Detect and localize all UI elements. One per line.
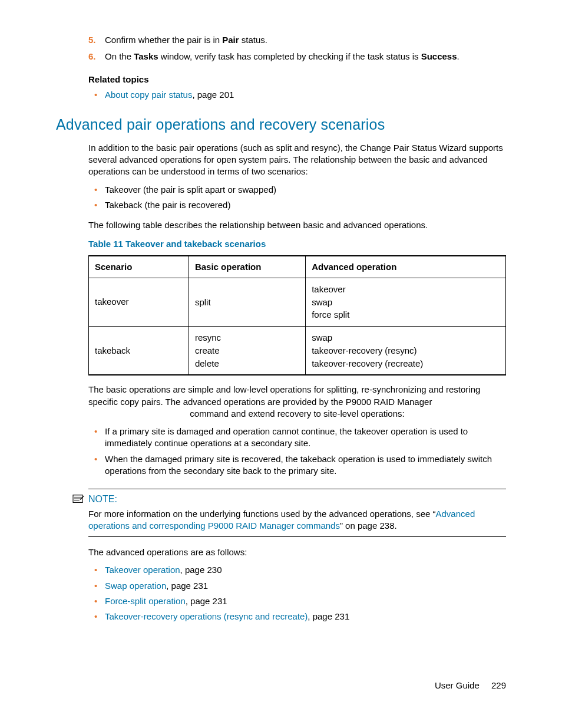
scenario-list: Takeover (the pair is split apart or swa… xyxy=(88,184,506,212)
section-heading: Advanced pair operations and recovery sc… xyxy=(56,115,506,135)
footer-label: User Guide xyxy=(435,680,480,690)
table-header: Advanced operation xyxy=(306,256,506,278)
table-header: Basic operation xyxy=(189,256,305,278)
related-topic-item: About copy pair status, page 201 xyxy=(88,89,506,101)
note-body: For more information on the underlying f… xyxy=(88,508,506,532)
table-intro-paragraph: The following table describes the relati… xyxy=(88,219,506,231)
step-item: 5. Confirm whether the pair is in Pair s… xyxy=(88,34,506,46)
step-item: 6. On the Tasks window, verify task has … xyxy=(88,51,506,62)
step-number: 5. xyxy=(88,34,96,46)
step-text: Confirm whether the pair is in Pair stat… xyxy=(105,35,267,45)
page-number: 229 xyxy=(491,680,506,690)
site-list: If a primary site is damaged and operati… xyxy=(88,426,506,477)
note-label: NOTE: xyxy=(88,493,117,506)
table-cell: split xyxy=(189,278,305,326)
table-cell: takeover swap force split xyxy=(306,278,506,326)
list-item: Takeover operation, page 230 xyxy=(88,564,506,576)
ops-link[interactable]: Takeover-recovery operations (resync and… xyxy=(105,611,308,621)
step-number: 6. xyxy=(88,51,96,62)
step-list: 5. Confirm whether the pair is in Pair s… xyxy=(88,34,506,63)
divider xyxy=(88,489,506,489)
table-row: takeback resync create delete swap takeo… xyxy=(89,327,506,375)
ops-intro: The advanced operations are as follows: xyxy=(88,546,506,558)
list-item: If a primary site is damaged and operati… xyxy=(88,426,506,450)
related-topics-heading: Related topics xyxy=(88,74,506,85)
ops-list: Takeover operation, page 230 Swap operat… xyxy=(88,564,506,622)
list-item: Takeback (the pair is recovered) xyxy=(88,199,506,211)
page-footer: User Guide 229 xyxy=(435,680,506,691)
list-item: Takeover (the pair is split apart or swa… xyxy=(88,184,506,196)
table-cell: takeback xyxy=(89,327,189,375)
table-caption: Table 11 Takeover and takeback scenarios xyxy=(88,238,506,250)
related-topic-link[interactable]: About copy pair status xyxy=(105,90,192,100)
ops-link[interactable]: Swap operation xyxy=(105,581,166,591)
ops-link[interactable]: Force-split operation xyxy=(105,596,186,606)
intro-paragraph: In addition to the basic pair operations… xyxy=(88,142,506,178)
list-item: When the damaged primary site is recover… xyxy=(88,453,506,477)
note-icon xyxy=(72,494,85,505)
table-header: Scenario xyxy=(89,256,189,278)
divider xyxy=(88,536,506,537)
table-cell: takeover xyxy=(89,278,189,326)
table-cell: resync create delete xyxy=(189,327,305,375)
scenario-table: Scenario Basic operation Advanced operat… xyxy=(88,255,506,376)
list-item: Takeover-recovery operations (resync and… xyxy=(88,611,506,622)
related-topics-list: About copy pair status, page 201 xyxy=(88,89,506,101)
list-item: Swap operation, page 231 xyxy=(88,580,506,592)
table-cell: swap takeover-recovery (resync) takeover… xyxy=(306,327,506,375)
table-row: takeover split takeover swap force split xyxy=(89,278,506,326)
step-text: On the Tasks window, verify task has com… xyxy=(105,51,459,61)
list-item: Force-split operation, page 231 xyxy=(88,595,506,607)
ops-link[interactable]: Takeover operation xyxy=(105,565,180,575)
after-table-paragraph-cont: command and extend recovery to site-leve… xyxy=(88,408,506,420)
after-table-paragraph: The basic operations are simple and low-… xyxy=(88,384,506,408)
